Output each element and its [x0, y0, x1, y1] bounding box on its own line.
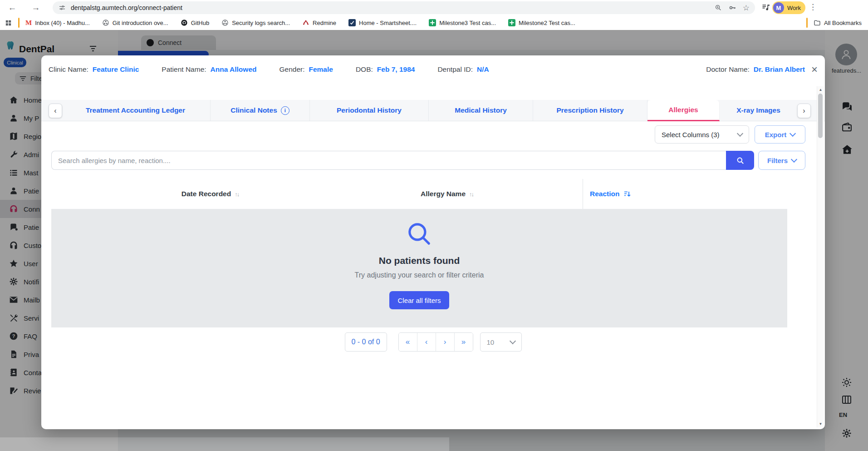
- chevron-down-icon: [791, 156, 797, 163]
- empty-state: No patients found Try adjusting your sea…: [51, 209, 787, 327]
- github-icon: [181, 19, 188, 26]
- redmine-icon: [302, 19, 309, 26]
- pagination: 0 - 0 of 0 « ‹ › » 10: [41, 332, 825, 352]
- search-button[interactable]: [726, 151, 754, 170]
- empty-state-subtitle: Try adjusting your search or filter crit…: [355, 271, 484, 279]
- select-columns-dropdown[interactable]: Select Columns (3): [655, 125, 749, 144]
- dentpal-id-field: Dentpal ID: N/A: [437, 65, 489, 74]
- clinic-name-field: Clinic Name: Feature Clinic: [49, 65, 139, 74]
- sort-icon[interactable]: ↑↓: [235, 191, 239, 198]
- bookmark-security-logs[interactable]: Security logs search...: [221, 19, 290, 26]
- sheet-green-icon: [508, 19, 515, 26]
- next-page-button[interactable]: ›: [436, 333, 455, 351]
- close-icon[interactable]: ×: [811, 64, 818, 75]
- sort-icon[interactable]: ↑↓: [469, 191, 473, 198]
- tab-prescription-history[interactable]: Prescription History: [533, 100, 647, 121]
- profile-name: Work: [787, 5, 801, 11]
- bookmark-github[interactable]: GitHub: [181, 19, 209, 26]
- tab-treatment-accounting-ledger[interactable]: Treatment Accounting Ledger: [61, 100, 211, 121]
- browser-profile-chip[interactable]: M Work: [772, 1, 805, 14]
- bookmark-git-introduction[interactable]: Git introduction ove...: [102, 19, 168, 26]
- site-settings-icon[interactable]: [59, 4, 66, 11]
- search-row: Filters: [51, 151, 805, 170]
- table-controls: Select Columns (3) Export: [41, 125, 805, 144]
- folder-icon: [814, 19, 821, 26]
- doctor-name-field: Doctor Name: Dr. Brian Albert: [706, 65, 805, 74]
- tab-clinical-notes[interactable]: Clinical Notes i: [211, 100, 310, 121]
- browser-menu-icon[interactable]: ⋮: [809, 2, 817, 12]
- bookmark-milestone3[interactable]: Milestone3 Test cas...: [429, 19, 496, 26]
- bookmarks-divider: [806, 18, 808, 28]
- screen: ← → dentpalstg.aumtech.org/connect-patie…: [0, 0, 868, 451]
- dob-field: DOB: Feb 7, 1984: [356, 65, 415, 74]
- column-allergy-name[interactable]: Allergy Name ↑↓: [397, 179, 497, 209]
- password-key-icon[interactable]: [728, 4, 736, 12]
- empty-state-title: No patients found: [379, 255, 460, 266]
- bookmarks-divider: [18, 18, 20, 28]
- table-header: Date Recorded ↑↓ Allergy Name ↑↓ Reactio…: [51, 179, 808, 209]
- filters-button[interactable]: Filters: [758, 151, 805, 170]
- modal-tab-bar: ‹ Treatment Accounting Ledger Clinical N…: [41, 100, 825, 121]
- clear-all-filters-button[interactable]: Clear all filters: [389, 291, 449, 309]
- bookmarks-bar: M Inbox (40) - Madhu... Git introduction…: [0, 15, 868, 30]
- page-size-select[interactable]: 10: [480, 332, 522, 352]
- bookmark-milestone2[interactable]: Milestone2 Test cas...: [508, 19, 575, 26]
- column-reaction[interactable]: Reaction: [590, 179, 631, 209]
- tabs-scroll-left-button[interactable]: ‹: [49, 104, 62, 118]
- git-icon: [102, 19, 109, 26]
- browser-toolbar: ← → dentpalstg.aumtech.org/connect-patie…: [0, 0, 868, 15]
- url-text[interactable]: dentpalstg.aumtech.org/connect-patient: [71, 4, 715, 11]
- scrollbar-thumb[interactable]: [818, 94, 823, 138]
- patient-info-header: Clinic Name: Feature Clinic Patient Name…: [41, 55, 825, 84]
- last-page-button[interactable]: »: [455, 333, 473, 351]
- tab-medical-history[interactable]: Medical History: [429, 100, 533, 121]
- export-button[interactable]: Export: [755, 125, 805, 144]
- patient-name-field: Patient Name: Anna Allowed: [162, 65, 256, 74]
- bookmark-smartsheet[interactable]: Home - Smartsheet....: [348, 19, 417, 26]
- chevron-down-icon: [737, 130, 743, 137]
- tab-xray-images[interactable]: X-ray Images: [720, 100, 797, 121]
- column-divider: [583, 179, 583, 209]
- tab-periodontal-history[interactable]: Periodontal History: [310, 100, 429, 121]
- gmail-icon: M: [25, 19, 32, 27]
- side-panel-icon[interactable]: [761, 3, 770, 12]
- apps-grid-icon[interactable]: [5, 19, 12, 27]
- footer-strip: [0, 437, 449, 451]
- back-icon[interactable]: ←: [6, 2, 18, 14]
- zoom-icon[interactable]: [715, 4, 722, 11]
- scroll-down-icon[interactable]: ▼: [817, 422, 824, 426]
- profile-avatar: M: [773, 2, 784, 13]
- modal-scrollbar[interactable]: ▲ ▼: [817, 86, 824, 427]
- search-input[interactable]: [51, 151, 726, 170]
- chevron-down-icon: [790, 130, 796, 137]
- all-bookmarks[interactable]: All Bookmarks: [800, 18, 862, 28]
- chevron-down-icon: [509, 338, 515, 344]
- previous-page-button[interactable]: ‹: [417, 333, 436, 351]
- bookmark-redmine[interactable]: Redmine: [302, 19, 336, 26]
- sheet-green-icon: [429, 19, 436, 26]
- search-icon: [736, 156, 745, 165]
- bookmark-star-icon[interactable]: ☆: [743, 3, 750, 13]
- info-icon[interactable]: i: [281, 106, 289, 115]
- sort-desc-icon: [623, 190, 631, 198]
- forward-icon[interactable]: →: [30, 2, 42, 14]
- smartsheet-icon: [348, 19, 356, 26]
- first-page-button[interactable]: «: [399, 333, 417, 351]
- patient-details-modal: Clinic Name: Feature Clinic Patient Name…: [41, 55, 825, 429]
- gender-field: Gender: Female: [279, 65, 333, 74]
- url-bar[interactable]: dentpalstg.aumtech.org/connect-patient ☆: [53, 1, 755, 14]
- bookmark-inbox[interactable]: M Inbox (40) - Madhu...: [25, 19, 90, 27]
- scroll-up-icon[interactable]: ▲: [817, 88, 824, 92]
- tabs-scroll-right-button[interactable]: ›: [797, 104, 811, 118]
- search-empty-icon: [405, 220, 433, 248]
- column-date-recorded[interactable]: Date Recorded ↑↓: [160, 179, 260, 209]
- git-icon: [221, 19, 229, 26]
- pagination-buttons: « ‹ › »: [398, 332, 473, 352]
- pagination-range: 0 - 0 of 0: [345, 332, 387, 352]
- tab-allergies[interactable]: Allergies: [647, 100, 720, 121]
